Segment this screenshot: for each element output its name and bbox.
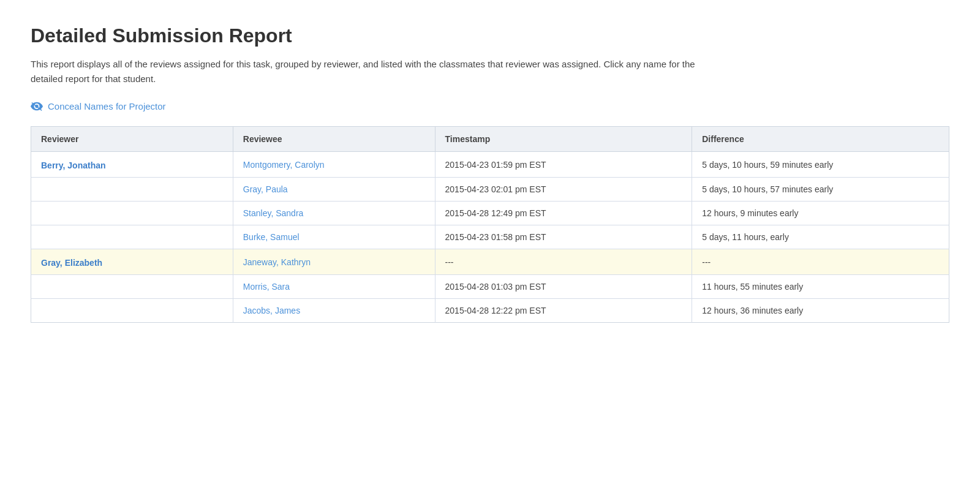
conceal-names-row[interactable]: Conceal Names for Projector [31, 101, 949, 111]
eye-icon [31, 102, 43, 111]
reviewee-cell[interactable]: Gray, Paula [233, 178, 435, 202]
page-description: This report displays all of the reviews … [31, 57, 704, 86]
page-title: Detailed Submission Report [31, 24, 949, 47]
difference-cell: --- [692, 249, 949, 275]
difference-cell: 5 days, 10 hours, 57 minutes early [692, 178, 949, 202]
reviewee-cell[interactable]: Montgomery, Carolyn [233, 152, 435, 178]
conceal-names-link[interactable]: Conceal Names for Projector [48, 101, 166, 111]
reviewer-cell [31, 202, 233, 225]
reviewer-cell [31, 275, 233, 299]
timestamp-cell: 2015-04-28 01:03 pm EST [435, 275, 692, 299]
timestamp-cell: 2015-04-28 12:22 pm EST [435, 299, 692, 323]
timestamp-cell: --- [435, 249, 692, 275]
reviewee-link[interactable]: Stanley, Sandra [243, 208, 304, 218]
table-row: Burke, Samuel2015-04-23 01:58 pm EST5 da… [31, 225, 949, 249]
reviewer-cell [31, 225, 233, 249]
table-row: Jacobs, James2015-04-28 12:22 pm EST12 h… [31, 299, 949, 323]
reviewee-link[interactable]: Gray, Paula [243, 184, 288, 194]
reviewee-link[interactable]: Montgomery, Carolyn [243, 160, 325, 170]
reviewee-cell[interactable]: Stanley, Sandra [233, 202, 435, 225]
reviewee-link[interactable]: Janeway, Kathryn [243, 257, 311, 267]
header-difference: Difference [692, 127, 949, 152]
timestamp-cell: 2015-04-23 01:58 pm EST [435, 225, 692, 249]
reviewer-cell [31, 178, 233, 202]
header-reviewee: Reviewee [233, 127, 435, 152]
header-reviewer: Reviewer [31, 127, 233, 152]
difference-cell: 12 hours, 9 minutes early [692, 202, 949, 225]
reviewee-cell[interactable]: Jacobs, James [233, 299, 435, 323]
table-row: Morris, Sara2015-04-28 01:03 pm EST11 ho… [31, 275, 949, 299]
reviewer-link[interactable]: Gray, Elizabeth [41, 258, 102, 268]
reviewer-cell [31, 299, 233, 323]
header-timestamp: Timestamp [435, 127, 692, 152]
table-row: Stanley, Sandra2015-04-28 12:49 pm EST12… [31, 202, 949, 225]
timestamp-cell: 2015-04-23 02:01 pm EST [435, 178, 692, 202]
table-row: Gray, Paula2015-04-23 02:01 pm EST5 days… [31, 178, 949, 202]
reviewee-cell[interactable]: Janeway, Kathryn [233, 249, 435, 275]
reviewer-cell[interactable]: Berry, Jonathan [31, 152, 233, 178]
difference-cell: 12 hours, 36 minutes early [692, 299, 949, 323]
reviewer-cell[interactable]: Gray, Elizabeth [31, 249, 233, 275]
timestamp-cell: 2015-04-23 01:59 pm EST [435, 152, 692, 178]
timestamp-cell: 2015-04-28 12:49 pm EST [435, 202, 692, 225]
difference-cell: 11 hours, 55 minutes early [692, 275, 949, 299]
reviewee-cell[interactable]: Burke, Samuel [233, 225, 435, 249]
reviewee-cell[interactable]: Morris, Sara [233, 275, 435, 299]
reviewee-link[interactable]: Morris, Sara [243, 282, 290, 292]
reviewer-link[interactable]: Berry, Jonathan [41, 160, 106, 170]
reviewee-link[interactable]: Jacobs, James [243, 306, 300, 315]
difference-cell: 5 days, 11 hours, early [692, 225, 949, 249]
table-row: Gray, ElizabethJaneway, Kathryn------ [31, 249, 949, 275]
table-header-row: Reviewer Reviewee Timestamp Difference [31, 127, 949, 152]
reviewee-link[interactable]: Burke, Samuel [243, 232, 300, 242]
submission-table: Reviewer Reviewee Timestamp Difference B… [31, 126, 949, 323]
table-row: Berry, JonathanMontgomery, Carolyn2015-0… [31, 152, 949, 178]
difference-cell: 5 days, 10 hours, 59 minutes early [692, 152, 949, 178]
